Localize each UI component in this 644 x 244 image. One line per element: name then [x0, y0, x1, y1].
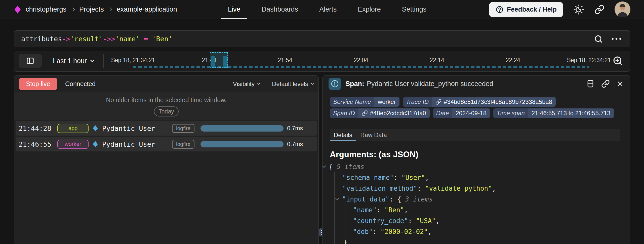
nav-tab-live[interactable]: Live — [221, 0, 247, 19]
time-range-bar: Last 1 hour Sep 18, 21:34:2121:4421:5422… — [14, 52, 630, 72]
collapse-chevron-icon[interactable] — [322, 164, 326, 168]
token-plain: attributes — [21, 35, 62, 43]
row-timestamp: 21:46:55 — [19, 140, 52, 148]
token-plain — [148, 35, 152, 43]
sidebar-toggle-button[interactable] — [19, 54, 42, 68]
visibility-dropdown[interactable]: Visibility — [233, 80, 260, 88]
share-link-icon[interactable] — [594, 5, 605, 15]
attribute-badge[interactable]: Service Nameworker — [330, 97, 399, 107]
close-icon[interactable] — [616, 80, 624, 88]
indent-guide — [345, 205, 345, 237]
json-line: "dob": "2000-02-02", — [323, 226, 630, 237]
attribute-badge-label: Date — [433, 108, 452, 118]
span-list-row[interactable]: 21:44:28appPydantic Userlogfire0.7ms — [16, 121, 317, 136]
search-icon[interactable] — [594, 34, 603, 44]
logfire-logo-icon[interactable] — [15, 6, 21, 14]
user-avatar[interactable] — [615, 2, 630, 17]
span-name: Pydantic User — [102, 140, 168, 148]
scope-badge: logfire — [172, 124, 194, 133]
attribute-badge-value: #48eb2cdcdc317da0 — [358, 108, 430, 118]
nav-tab-explore[interactable]: Explore — [351, 0, 388, 19]
attribute-badge-label: Span ID — [330, 108, 358, 118]
theme-toggle-icon[interactable] — [573, 4, 584, 15]
duration-label: 0.7ms — [287, 141, 303, 148]
token-punct: : — [417, 185, 425, 192]
detail-tab-raw-data[interactable]: Raw Data — [356, 129, 391, 141]
token-punct: : — [394, 174, 401, 181]
breadcrumb-item[interactable]: example-application — [117, 6, 177, 13]
timeline-histogram-bar — [223, 56, 227, 67]
json-line: { 5 items — [323, 161, 630, 172]
span-detail-panel: Span:Pydantic User validate_python succe… — [322, 75, 630, 244]
today-button[interactable]: Today — [154, 106, 179, 116]
token-punct: : — [377, 206, 384, 214]
live-view-panel: Stop live Connected Visibility Default l… — [14, 75, 319, 244]
token-meta: 3 items — [405, 195, 433, 203]
breadcrumb-item[interactable]: christophergs — [26, 6, 66, 13]
time-range-dropdown[interactable]: Last 1 hour — [53, 52, 94, 70]
token-str: "Ben" — [384, 206, 404, 214]
timeline-selection[interactable] — [210, 52, 228, 68]
span-name: Pydantic User — [102, 125, 168, 132]
token-key: "name" — [353, 206, 377, 214]
attribute-badge[interactable]: Time span21:46:55.713 to 21:46:55.713 — [493, 108, 614, 118]
timeline-histogram-bar — [211, 56, 215, 67]
token-punct: { — [329, 163, 337, 171]
default-levels-dropdown[interactable]: Default levels — [272, 80, 313, 88]
breadcrumb-item[interactable]: Projects — [79, 6, 104, 13]
detail-tabs: DetailsRaw Data — [330, 129, 620, 141]
empty-window-message: No older items in the selected time wind… — [14, 96, 318, 104]
timeline-tick-label: Sep 18, 21:34:21 — [111, 57, 155, 64]
duration-bar — [200, 141, 284, 147]
stop-live-button[interactable]: Stop live — [19, 78, 57, 90]
chevron-down-icon — [311, 82, 314, 85]
attribute-badge-text: worker — [378, 98, 396, 105]
indent-guide — [334, 172, 335, 244]
feedback-help-button[interactable]: Feedback / Help — [489, 2, 563, 17]
breadcrumb: christophergsProjectsexample-application — [26, 6, 177, 13]
token-key: "input_data" — [342, 195, 389, 203]
attribute-badge-label: Trace ID — [403, 97, 432, 107]
nav-tab-dashboards[interactable]: Dashboards — [255, 0, 305, 19]
nav-tab-alerts[interactable]: Alerts — [312, 0, 343, 19]
nav-tab-settings[interactable]: Settings — [395, 0, 433, 19]
attribute-badge-value: worker — [374, 97, 399, 107]
query-input[interactable]: attributes->'result'->>'name' = 'Ben' ••… — [14, 30, 630, 47]
token-str: 'Ben' — [152, 35, 172, 43]
empty-window-notice: No older items in the selected time wind… — [14, 92, 318, 120]
attribute-badge-value: 2024-09-18 — [452, 108, 490, 118]
attribute-badge-text: 21:46:55.713 to 21:46:55.713 — [532, 110, 611, 117]
nav-tabs: LiveDashboardsAlertsExploreSettings — [221, 0, 433, 19]
token-punct: , — [428, 228, 432, 235]
detail-tab-details[interactable]: Details — [330, 129, 356, 141]
copy-link-icon[interactable] — [601, 79, 610, 88]
timeline-tick-label: 21:54 — [278, 57, 292, 64]
more-options-icon[interactable]: ••• — [612, 35, 623, 43]
attribute-badge[interactable]: Date2024-09-18 — [433, 108, 490, 118]
timeline-baseline — [133, 66, 589, 68]
attribute-badge[interactable]: Span ID#48eb2cdcdc317da0 — [330, 108, 430, 118]
token-punct: , — [425, 174, 429, 181]
attribute-badge-text: #48eb2cdcdc317da0 — [370, 110, 426, 117]
token-punct: : — [373, 228, 380, 235]
token-punct: } — [343, 239, 347, 244]
token-key: "dob" — [353, 228, 373, 235]
json-tree: { 5 items"schema_name": "User","validati… — [323, 161, 630, 244]
token-str: 'name' — [115, 35, 140, 43]
span-title: Span:Pydantic User validate_python succe… — [345, 80, 493, 88]
live-panel-header: Stop live Connected Visibility Default l… — [14, 76, 318, 92]
span-list-row[interactable]: 21:46:55workerPydantic Userlogfire0.7ms — [16, 137, 317, 151]
token-meta: 5 items — [337, 163, 364, 171]
badge-row: Span ID#48eb2cdcdc317da0Date2024-09-18Ti… — [330, 108, 630, 118]
attribute-badge-value: #34bd8e51d73c3f4c8a189b72338a5ba8 — [432, 97, 556, 107]
service-badge: worker — [57, 140, 89, 149]
attribute-badge-label: Service Name — [330, 97, 374, 107]
attribute-badge[interactable]: Trace ID#34bd8e51d73c3f4c8a189b72338a5ba… — [403, 97, 556, 107]
timeline-tick-label: 22:14 — [430, 57, 444, 64]
split-view-icon[interactable] — [586, 79, 595, 88]
token-str: 'result' — [70, 35, 103, 43]
json-line: "name": "Ben", — [323, 205, 630, 215]
span-list: 21:44:28appPydantic Userlogfire0.7ms21:4… — [14, 120, 318, 151]
zoom-in-icon[interactable] — [612, 55, 623, 66]
collapse-chevron-icon[interactable] — [335, 196, 340, 200]
